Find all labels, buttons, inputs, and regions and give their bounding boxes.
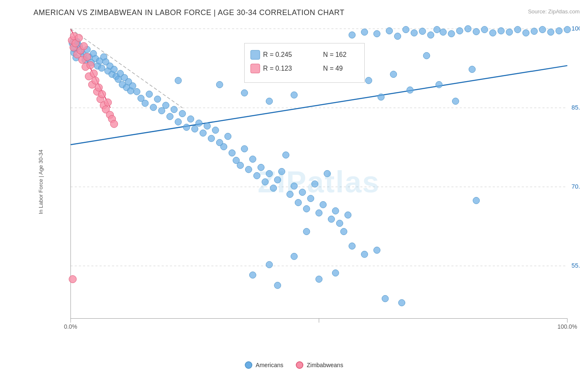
svg-point-118	[473, 28, 480, 35]
svg-point-134	[423, 52, 430, 59]
svg-point-145	[399, 299, 405, 306]
legend-item-americans: Americans	[245, 361, 283, 369]
y-tick-100: 100.0%	[571, 25, 580, 32]
scatter-plot: .grid-line { stroke: #ccc; stroke-width:…	[33, 20, 580, 343]
svg-point-69	[225, 133, 231, 140]
svg-point-103	[303, 228, 310, 235]
svg-point-131	[378, 94, 384, 100]
svg-point-51	[150, 104, 157, 111]
svg-point-110	[411, 30, 417, 36]
svg-point-61	[192, 125, 198, 132]
svg-point-105	[361, 29, 368, 36]
svg-point-31	[98, 65, 105, 72]
legend-label-americans: Americans	[256, 362, 283, 368]
svg-point-62	[196, 120, 202, 127]
svg-point-136	[452, 98, 459, 105]
svg-point-140	[373, 247, 380, 253]
svg-point-50	[146, 91, 153, 97]
svg-point-161	[84, 53, 91, 61]
svg-point-66	[212, 127, 219, 133]
svg-point-149	[266, 98, 273, 105]
x-tick-0: 0.0%	[64, 323, 77, 330]
svg-rect-14	[251, 64, 260, 73]
svg-point-173	[104, 99, 112, 106]
svg-point-107	[386, 28, 393, 34]
svg-point-127	[547, 29, 554, 36]
svg-point-143	[332, 270, 339, 276]
svg-point-168	[95, 84, 102, 91]
svg-point-109	[403, 26, 409, 33]
svg-point-129	[564, 26, 571, 33]
svg-point-148	[241, 89, 248, 96]
legend-label-zimbabweans: Zimbabweans	[307, 362, 343, 368]
svg-point-68	[220, 143, 227, 150]
legend-r-blue: R = 0.245	[263, 51, 292, 58]
chart-legend: Americans Zimbabweans	[245, 361, 343, 369]
svg-point-49	[142, 100, 148, 107]
svg-point-84	[286, 191, 293, 198]
source-label: Source: ZipAtlas.com	[528, 8, 580, 15]
svg-point-94	[328, 216, 335, 222]
svg-point-91	[316, 209, 322, 216]
svg-point-144	[382, 295, 389, 302]
svg-point-125	[531, 28, 537, 35]
legend-circle-americans	[245, 361, 252, 369]
svg-point-82	[279, 168, 285, 175]
chart-area: In Labor Force | Age 30-34 ZIPatlas .gri…	[33, 20, 580, 343]
svg-point-47	[133, 88, 140, 95]
y-tick-70: 70.0%	[571, 183, 580, 190]
svg-point-83	[283, 152, 289, 158]
svg-point-111	[419, 28, 426, 35]
y-tick-55: 55.0%	[571, 262, 580, 269]
svg-point-124	[523, 30, 529, 36]
svg-point-117	[465, 26, 471, 32]
svg-point-80	[270, 185, 277, 192]
svg-point-106	[373, 31, 380, 37]
chart-title: AMERICAN VS ZIMBABWEAN IN LABOR FORCE | …	[33, 8, 580, 17]
svg-point-122	[506, 29, 513, 36]
svg-point-73	[241, 146, 248, 152]
y-tick-85: 85.0%	[571, 104, 580, 111]
svg-point-92	[320, 202, 327, 208]
svg-point-130	[366, 77, 372, 84]
svg-point-52	[154, 96, 161, 102]
svg-point-150	[291, 92, 297, 98]
svg-point-77	[258, 164, 264, 171]
svg-point-120	[489, 30, 496, 36]
svg-point-55	[166, 113, 173, 120]
legend-r-pink: R = 0.123	[263, 65, 292, 72]
svg-point-116	[456, 28, 463, 34]
svg-point-58	[179, 110, 186, 117]
svg-point-59	[183, 124, 190, 130]
svg-point-156	[75, 34, 83, 42]
svg-point-170	[98, 90, 106, 98]
svg-point-93	[324, 170, 331, 177]
svg-point-121	[498, 28, 504, 34]
svg-point-65	[208, 135, 215, 142]
svg-point-165	[90, 70, 97, 77]
svg-point-46	[129, 82, 136, 89]
svg-point-101	[274, 282, 281, 289]
svg-point-63	[200, 130, 207, 136]
chart-container: AMERICAN VS ZIMBABWEAN IN LABOR FORCE | …	[0, 0, 588, 373]
svg-point-75	[249, 156, 256, 163]
svg-point-119	[481, 26, 488, 33]
svg-point-123	[514, 26, 521, 33]
svg-rect-12	[245, 43, 365, 82]
legend-n-pink: N = 49	[323, 65, 343, 72]
svg-point-159	[80, 42, 88, 50]
svg-point-141	[473, 197, 480, 204]
svg-point-95	[332, 207, 339, 214]
svg-point-70	[229, 150, 235, 156]
svg-point-60	[187, 116, 194, 123]
svg-point-81	[274, 176, 281, 183]
legend-n-blue: N = 162	[323, 51, 347, 58]
legend-circle-zimbabweans	[296, 361, 303, 369]
svg-point-135	[436, 81, 442, 88]
svg-point-97	[340, 228, 347, 235]
svg-point-96	[336, 220, 343, 227]
x-tick-100: 100.0%	[557, 323, 577, 330]
svg-point-87	[299, 189, 306, 196]
svg-point-133	[407, 87, 414, 93]
svg-point-177	[69, 276, 77, 283]
